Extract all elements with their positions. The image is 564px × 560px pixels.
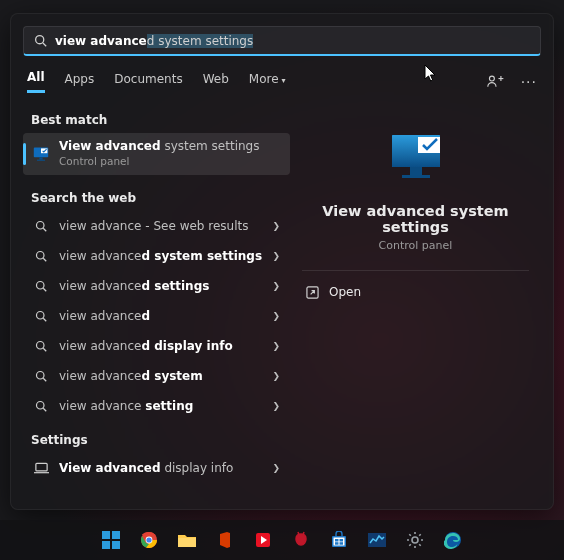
svg-line-22 [43,408,46,411]
svg-rect-38 [178,538,196,547]
results-column: Best match View advanced system settings… [23,101,290,511]
chevron-right-icon: ❯ [272,221,280,231]
section-best-match: Best match [23,107,290,133]
preview-pane: View advanced system settings Control pa… [290,101,541,511]
web-result[interactable]: view advanced display info❯ [23,331,290,361]
svg-rect-7 [37,160,45,161]
web-result[interactable]: view advanced system settings❯ [23,241,290,271]
tab-apps[interactable]: Apps [65,72,95,92]
chevron-right-icon: ❯ [272,341,280,351]
tab-documents[interactable]: Documents [114,72,182,92]
svg-point-11 [37,252,45,260]
search-icon [33,250,49,262]
section-search-web: Search the web [23,185,290,211]
web-result[interactable]: view advance setting❯ [23,391,290,421]
svg-line-52 [409,534,411,536]
preview-title: View advanced system settings [302,203,529,235]
search-icon [33,220,49,232]
svg-point-13 [37,282,45,290]
media-icon[interactable] [249,526,277,554]
office-icon[interactable] [211,526,239,554]
svg-rect-44 [335,542,339,545]
typed-text: view advance [55,34,147,48]
start-search-panel: view advanced system settings All Apps D… [10,13,554,510]
taskbar [0,520,564,560]
svg-rect-45 [340,542,344,545]
section-settings: Settings [23,427,290,453]
svg-line-53 [419,544,421,546]
tab-more[interactable]: More▾ [249,72,286,92]
edge-icon[interactable] [439,526,467,554]
monitor-check-icon [388,131,444,181]
svg-point-21 [37,402,45,410]
start-button[interactable] [97,526,125,554]
svg-rect-42 [335,539,339,542]
account-icon[interactable] [487,74,505,90]
settings-result[interactable]: View advanced display info❯ [23,453,290,483]
monitor-check-icon [33,146,49,162]
chevron-right-icon: ❯ [272,371,280,381]
svg-line-54 [409,544,411,546]
store-icon[interactable] [325,526,353,554]
tab-web[interactable]: Web [203,72,229,92]
svg-rect-32 [112,531,120,539]
open-action[interactable]: Open [302,277,529,307]
svg-point-15 [37,312,45,320]
divider [302,270,529,271]
best-match-result[interactable]: View advanced system settings Control pa… [23,133,290,175]
chevron-right-icon: ❯ [272,311,280,321]
svg-rect-23 [35,463,46,471]
web-result[interactable]: view advanced system❯ [23,361,290,391]
svg-point-9 [37,222,45,230]
svg-rect-27 [410,167,422,175]
svg-point-47 [412,537,418,543]
search-box[interactable]: view advanced system settings [23,26,541,56]
chevron-right-icon: ❯ [272,401,280,411]
search-icon [33,400,49,412]
svg-line-55 [419,534,421,536]
search-icon [33,370,49,382]
web-result[interactable]: view advance - See web results❯ [23,211,290,241]
search-icon [34,34,47,47]
svg-rect-33 [102,541,110,549]
settings-icon[interactable] [401,526,429,554]
svg-rect-43 [340,539,344,542]
svg-line-12 [43,258,46,261]
web-result[interactable]: view advanced❯ [23,301,290,331]
svg-point-17 [37,342,45,350]
search-icon [33,280,49,292]
svg-line-10 [43,228,46,231]
chevron-right-icon: ❯ [272,251,280,261]
svg-rect-28 [402,175,430,178]
svg-line-14 [43,288,46,291]
svg-line-16 [43,318,46,321]
svg-rect-31 [102,531,110,539]
demon-icon[interactable] [287,526,315,554]
chevron-down-icon: ▾ [282,76,286,85]
autocomplete-text: d system settings [147,34,253,48]
open-icon [306,286,319,299]
svg-point-19 [37,372,45,380]
filter-tabs: All Apps Documents Web More▾ ··· [23,56,541,93]
svg-point-2 [489,76,494,81]
chevron-right-icon: ❯ [272,281,280,291]
search-icon [33,340,49,352]
svg-line-18 [43,348,46,351]
svg-rect-6 [39,157,42,159]
file-explorer-icon[interactable] [173,526,201,554]
more-icon[interactable]: ··· [521,74,537,90]
chart-icon[interactable] [363,526,391,554]
chrome-icon[interactable] [135,526,163,554]
svg-point-0 [36,36,44,44]
svg-line-1 [43,43,46,46]
chevron-right-icon: ❯ [272,463,280,473]
svg-rect-34 [112,541,120,549]
svg-point-37 [146,537,151,542]
web-result[interactable]: view advanced settings❯ [23,271,290,301]
search-icon [33,310,49,322]
preview-subtitle: Control panel [379,239,453,252]
tab-all[interactable]: All [27,70,45,93]
laptop-icon [33,462,49,474]
svg-line-20 [43,378,46,381]
search-input[interactable]: view advanced system settings [55,34,530,48]
